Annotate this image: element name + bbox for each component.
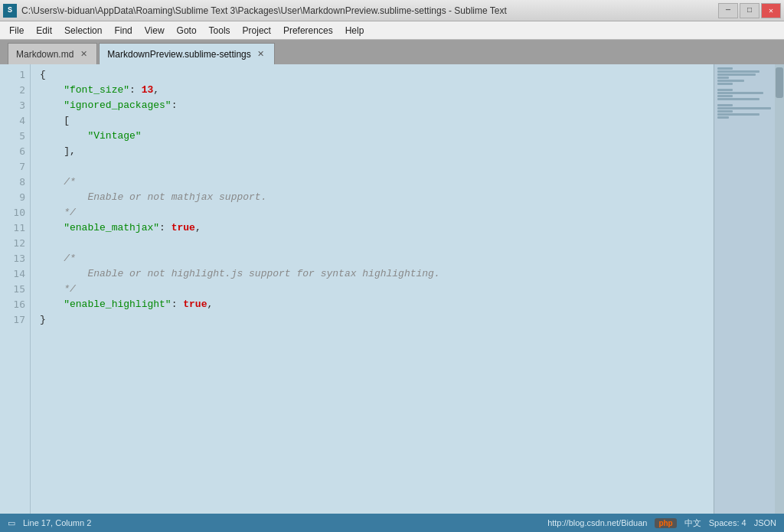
- line-num-13: 13: [3, 251, 25, 266]
- close-button[interactable]: ✕: [761, 3, 781, 18]
- code-line-2: "font_size": 13,: [40, 83, 714, 98]
- mini-line: [717, 86, 721, 88]
- menu-edit[interactable]: Edit: [30, 21, 58, 39]
- tab-label-settings: MarkdownPreview.sublime-settings: [107, 49, 250, 60]
- menu-selection[interactable]: Selection: [58, 21, 108, 39]
- code-editor[interactable]: { "font_size": 13, "ignored_packages": […: [31, 64, 714, 514]
- line-num-2: 2: [3, 83, 25, 98]
- mini-line: [717, 67, 733, 70]
- status-bar: ▭ Line 17, Column 2 http://blog.csdn.net…: [0, 514, 784, 532]
- line-num-7: 7: [3, 159, 25, 175]
- menu-file[interactable]: File: [3, 21, 30, 39]
- mini-line: [717, 92, 763, 94]
- menu-tools[interactable]: Tools: [203, 21, 237, 39]
- title-bar-left: S C:\Users\v-biduan\AppData\Roaming\Subl…: [3, 4, 507, 18]
- code-line-8: /*: [40, 175, 714, 190]
- tab-markdown-md[interactable]: Markdown.md ✕: [8, 43, 97, 64]
- menu-find[interactable]: Find: [108, 21, 138, 39]
- line-num-1: 1: [3, 67, 25, 83]
- status-right: http://blog.csdn.net/Biduan php 中文 Space…: [547, 517, 776, 529]
- line-num-4: 4: [3, 113, 25, 129]
- mini-line: [717, 98, 760, 100]
- mini-line: [717, 107, 771, 109]
- spaces-indicator[interactable]: Spaces: 4: [709, 518, 746, 527]
- menu-project[interactable]: Project: [237, 21, 277, 39]
- code-line-13: /*: [40, 251, 714, 266]
- mini-line: [717, 80, 744, 82]
- app-icon: S: [3, 4, 17, 18]
- status-url[interactable]: http://blog.csdn.net/Biduan: [547, 518, 647, 527]
- code-line-15: */: [40, 282, 714, 297]
- title-text: C:\Users\v-biduan\AppData\Roaming\Sublim…: [21, 5, 507, 16]
- file-type-indicator[interactable]: JSON: [754, 518, 776, 527]
- line-num-5: 5: [3, 129, 25, 144]
- menu-help[interactable]: Help: [339, 21, 371, 39]
- tab-markdownpreview-settings[interactable]: MarkdownPreview.sublime-settings ✕: [99, 43, 274, 64]
- code-line-1: {: [40, 67, 714, 83]
- mini-line: [717, 116, 729, 119]
- menu-view[interactable]: View: [139, 21, 171, 39]
- line-num-8: 8: [3, 175, 25, 190]
- cn-badge: 中文: [684, 517, 701, 529]
- minimap: [714, 64, 775, 514]
- mini-line: [717, 110, 733, 113]
- minimap-content: [714, 64, 775, 122]
- window-controls: ─ □ ✕: [718, 3, 781, 18]
- tab-bar: Markdown.md ✕ MarkdownPreview.sublime-se…: [0, 40, 784, 64]
- php-badge: php: [655, 518, 676, 528]
- code-line-17: }: [40, 312, 714, 328]
- scrollbar-thumb[interactable]: [776, 67, 783, 98]
- cursor-position[interactable]: Line 17, Column 2: [23, 518, 91, 527]
- mini-line: [717, 104, 733, 106]
- app-icon-text: S: [8, 6, 12, 15]
- line-num-9: 9: [3, 190, 25, 205]
- line-num-12: 12: [3, 236, 25, 251]
- code-line-10: */: [40, 205, 714, 220]
- status-left: ▭ Line 17, Column 2: [8, 518, 91, 528]
- line-num-10: 10: [3, 205, 25, 220]
- code-line-3: "ignored_packages":: [40, 98, 714, 113]
- code-line-4: [: [40, 113, 714, 129]
- code-line-6: ],: [40, 144, 714, 159]
- tab-close-markdown[interactable]: ✕: [78, 49, 89, 60]
- editor-container: 1 2 3 4 5 6 7 8 9 10 11 12 13 14 15 16 1…: [0, 64, 784, 514]
- mini-line: [717, 77, 729, 79]
- maximize-button[interactable]: □: [740, 3, 760, 18]
- code-line-14: Enable or not highlight.js support for s…: [40, 266, 714, 282]
- mini-line: [717, 70, 760, 73]
- menu-goto[interactable]: Goto: [171, 21, 203, 39]
- line-num-3: 3: [3, 98, 25, 113]
- code-line-9: Enable or not mathjax support.: [40, 190, 714, 205]
- line-num-6: 6: [3, 144, 25, 159]
- menu-preferences[interactable]: Preferences: [277, 21, 339, 39]
- title-bar: S C:\Users\v-biduan\AppData\Roaming\Subl…: [0, 0, 784, 21]
- tab-label-markdown: Markdown.md: [16, 49, 74, 60]
- minimize-button[interactable]: ─: [718, 3, 738, 18]
- tab-close-settings[interactable]: ✕: [256, 49, 266, 60]
- line-num-16: 16: [3, 297, 25, 312]
- menu-bar: File Edit Selection Find View Goto Tools…: [0, 21, 784, 40]
- code-line-5: "Vintage": [40, 129, 714, 144]
- code-line-12: [40, 236, 714, 251]
- line-numbers: 1 2 3 4 5 6 7 8 9 10 11 12 13 14 15 16 1…: [0, 64, 31, 514]
- code-line-11: "enable_mathjax": true,: [40, 220, 714, 236]
- mini-line: [717, 73, 756, 76]
- mini-line: [717, 83, 733, 85]
- line-num-14: 14: [3, 266, 25, 282]
- line-num-17: 17: [3, 312, 25, 328]
- mini-line: [717, 113, 760, 116]
- mini-line: [717, 95, 733, 97]
- status-icon: ▭: [8, 518, 15, 528]
- line-num-15: 15: [3, 282, 25, 297]
- code-line-7: [40, 159, 714, 175]
- scrollbar[interactable]: [775, 64, 784, 514]
- line-num-11: 11: [3, 220, 25, 236]
- mini-line: [717, 89, 733, 91]
- mini-line: [717, 101, 721, 103]
- code-line-16: "enable_highlight": true,: [40, 297, 714, 312]
